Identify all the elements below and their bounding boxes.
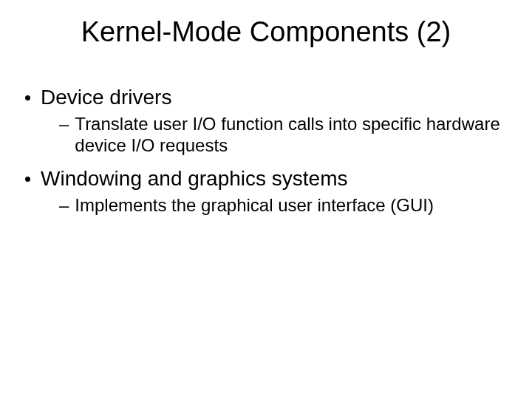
dash-icon: – bbox=[59, 195, 69, 216]
bullet-dot-icon bbox=[25, 177, 30, 182]
slide-body: Device drivers – Translate user I/O func… bbox=[25, 83, 507, 226]
dash-icon: – bbox=[59, 114, 69, 135]
bullet-text: Windowing and graphics systems bbox=[41, 167, 348, 191]
subbullet-translate-io: – Translate user I/O function calls into… bbox=[59, 114, 507, 157]
bullet-dot-icon bbox=[25, 95, 30, 100]
subbullet-text: Translate user I/O function calls into s… bbox=[75, 114, 503, 157]
subbullet-text: Implements the graphical user interface … bbox=[75, 195, 434, 216]
subbullet-implements-gui: – Implements the graphical user interfac… bbox=[59, 195, 507, 216]
bullet-windowing-graphics: Windowing and graphics systems bbox=[25, 167, 507, 191]
slide-title: Kernel-Mode Components (2) bbox=[0, 16, 532, 48]
bullet-text: Device drivers bbox=[41, 86, 171, 109]
slide: Kernel-Mode Components (2) Device driver… bbox=[0, 0, 532, 399]
bullet-device-drivers: Device drivers bbox=[25, 86, 507, 109]
